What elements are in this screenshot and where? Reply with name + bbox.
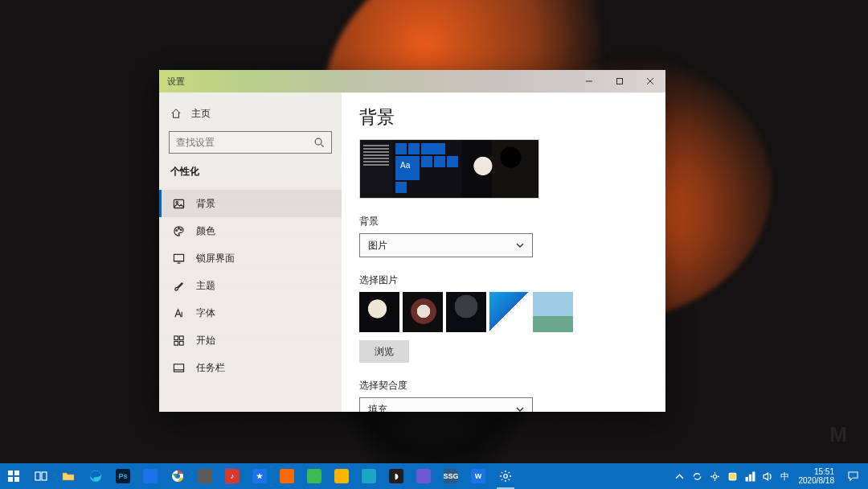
taskbar-settings[interactable] [492, 463, 519, 489]
taskbar-green-app[interactable] [301, 463, 328, 489]
taskbar: Ps♪★◗SSGW 中 15:51 2020/8/18 [0, 463, 868, 489]
svg-rect-2 [174, 199, 183, 208]
svg-rect-15 [8, 477, 13, 482]
wallpaper-thumb-5[interactable] [533, 292, 573, 332]
start-icon [173, 335, 185, 347]
search-icon [313, 137, 325, 148]
taskbar-star-app[interactable]: ★ [246, 463, 273, 489]
svg-rect-14 [14, 471, 19, 475]
sidebar-item-background[interactable]: 背景 [159, 190, 342, 217]
settings-window: 设置 主页 [159, 70, 665, 412]
choose-image-label: 选择图片 [359, 273, 648, 287]
sidebar-item-label: 背景 [196, 197, 215, 211]
tray-app-icon[interactable] [724, 463, 742, 489]
chevron-down-icon [516, 241, 524, 249]
taskbar-task-view[interactable] [27, 463, 55, 489]
palette-icon [173, 225, 185, 237]
action-center-icon [848, 471, 858, 482]
taskbar-photoshop[interactable]: Ps [109, 463, 137, 489]
taskbar-tencent[interactable] [191, 463, 219, 489]
wallpaper-thumb-2[interactable] [403, 292, 443, 332]
search-settings-input[interactable] [169, 131, 332, 154]
taskbar-notes-app[interactable] [328, 463, 355, 489]
svg-point-5 [178, 228, 180, 229]
picture-icon [173, 198, 185, 210]
fit-value: 填充 [368, 403, 387, 413]
category-label: 个性化 [159, 160, 342, 190]
wallpaper-thumbnails [359, 292, 648, 332]
sidebar-item-label: 字体 [196, 306, 215, 320]
tray-sync-icon[interactable] [689, 463, 706, 489]
ime-indicator[interactable]: 中 [777, 471, 792, 483]
home-nav[interactable]: 主页 [159, 101, 342, 126]
preview-sample-text: Aa [400, 161, 410, 170]
sidebar-item-themes[interactable]: 主题 [159, 272, 342, 299]
minimize-button[interactable] [574, 70, 604, 92]
taskbar-purple-app[interactable] [410, 463, 437, 489]
settings-content: 背景 Aa 背景 图片 [342, 92, 665, 412]
sidebar-item-lockscreen[interactable]: 锁屏界面 [159, 244, 342, 272]
taskbar-netease-music[interactable]: ♪ [219, 463, 246, 489]
desktop-wallpaper: M 设置 主页 [0, 0, 868, 489]
close-icon [646, 77, 654, 85]
system-tray: 中 15:51 2020/8/18 [671, 463, 869, 489]
desktop-preview: Aa [359, 139, 539, 199]
taskbar-start[interactable] [0, 463, 27, 489]
wallpaper-thumb-1[interactable] [359, 292, 399, 332]
sidebar: 主页 个性化 背景颜色锁屏界面主题字体开始任务栏 [159, 92, 342, 412]
fit-combobox[interactable]: 填充 [359, 397, 533, 412]
svg-rect-11 [179, 341, 183, 345]
taskbar-ssg-app[interactable]: SSG [437, 463, 465, 489]
background-type-combobox[interactable]: 图片 [359, 233, 533, 257]
sidebar-item-taskbar[interactable]: 任务栏 [159, 354, 342, 381]
tray-settings-icon[interactable] [706, 463, 724, 489]
maximize-button[interactable] [604, 70, 635, 92]
taskbar-chrome[interactable] [164, 463, 191, 489]
taskbar-security-shield[interactable] [137, 463, 164, 489]
taskbar-file-explorer[interactable] [55, 463, 82, 489]
home-label: 主页 [191, 107, 211, 121]
preview-start-list [360, 140, 392, 198]
tray-chevron-up-icon[interactable] [671, 463, 689, 489]
svg-point-4 [176, 229, 178, 231]
browse-button[interactable]: 浏览 [359, 340, 409, 363]
clock[interactable]: 15:51 2020/8/18 [792, 467, 841, 486]
window-title: 设置 [167, 76, 185, 88]
svg-rect-7 [174, 254, 183, 261]
taskbar-wps[interactable]: W [465, 463, 492, 489]
action-center-button[interactable] [841, 463, 865, 489]
page-title: 背景 [359, 105, 648, 129]
taskbar-edge[interactable] [82, 463, 109, 489]
wallpaper-thumb-4[interactable] [489, 292, 530, 332]
taskbar-steam[interactable]: ◗ [383, 463, 410, 489]
taskbar-icon [173, 362, 185, 374]
svg-rect-17 [35, 472, 40, 480]
close-button[interactable] [635, 70, 665, 92]
sidebar-item-fonts[interactable]: 字体 [159, 299, 342, 327]
lockscreen-icon [173, 253, 185, 265]
sidebar-item-start[interactable]: 开始 [159, 327, 342, 354]
svg-point-3 [176, 201, 178, 203]
sidebar-item-label: 主题 [196, 279, 215, 293]
tray-volume-icon[interactable] [760, 463, 777, 489]
taskbar-orange-app[interactable] [273, 463, 301, 489]
svg-rect-16 [14, 477, 19, 482]
sidebar-item-label: 开始 [196, 334, 215, 347]
sidebar-item-colors[interactable]: 颜色 [159, 217, 342, 244]
svg-point-22 [504, 475, 508, 479]
preview-tiles: Aa [392, 140, 461, 198]
wallpaper-watermark: M [829, 422, 849, 447]
tray-network-icon[interactable] [742, 463, 760, 489]
background-type-label: 背景 [359, 215, 648, 228]
background-type-value: 图片 [368, 239, 387, 253]
clock-date: 2020/8/18 [799, 476, 835, 486]
sidebar-item-label: 任务栏 [196, 361, 225, 375]
svg-rect-18 [42, 472, 47, 480]
taskbar-cyan-app[interactable] [355, 463, 383, 489]
search-field[interactable] [176, 137, 313, 148]
svg-point-1 [315, 138, 321, 145]
wallpaper-thumb-3[interactable] [446, 292, 486, 332]
sidebar-item-label: 颜色 [196, 224, 215, 238]
brush-icon [173, 280, 185, 292]
titlebar[interactable]: 设置 [159, 70, 665, 92]
